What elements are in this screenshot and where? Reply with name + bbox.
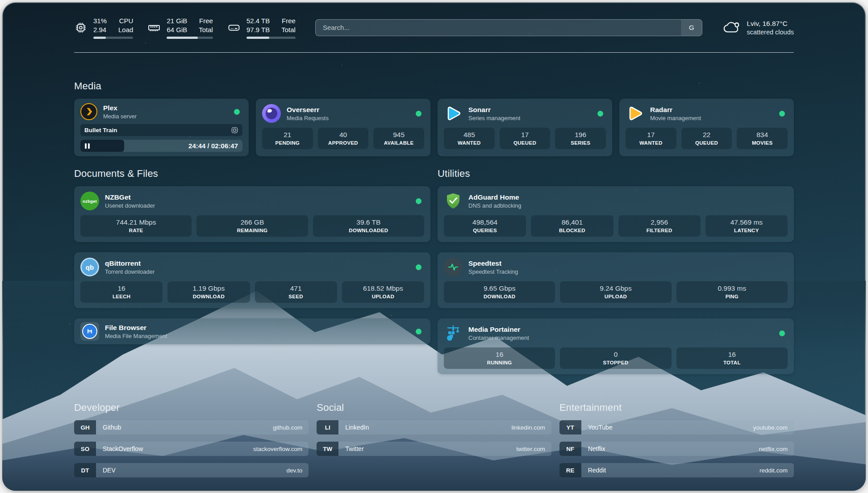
bookmark-url: reddit.com — [760, 467, 794, 474]
bookmark-twitter[interactable]: TW Twitter twitter.com — [317, 442, 551, 456]
service-card-plex[interactable]: Plex Media server Bullet Train — [74, 99, 249, 156]
stat-tile: 39.6 TB DOWNLOADED — [313, 215, 424, 237]
weather-condition: scattered clouds — [747, 29, 794, 36]
service-card-qbittorrent[interactable]: qb qBittorrent Torrent downloader 16 LEE… — [74, 252, 430, 308]
bookmark-url: linkedin.com — [512, 424, 551, 431]
player-progress — [80, 140, 124, 152]
bookmark-linkedin[interactable]: LI LinkedIn linkedin.com — [317, 420, 551, 435]
bookmark-abbr: GH — [74, 420, 96, 435]
cpu-icon — [74, 21, 88, 34]
pause-icon[interactable] — [85, 143, 90, 149]
service-name: qBittorrent — [105, 259, 154, 267]
cloud-icon — [722, 18, 741, 37]
memory-values: 21 GiB 64 GiB — [167, 17, 187, 34]
qbittorrent-icon: qb — [80, 258, 99, 276]
disk-values: 52.4 TB 97.9 TB — [246, 17, 270, 34]
bookmark-group-social: Social LI LinkedIn linkedin.com TW Twitt… — [317, 402, 551, 485]
bookmark-github[interactable]: GH Github github.com — [74, 420, 309, 435]
now-playing-session-icon[interactable] — [231, 126, 238, 134]
service-name: Radarr — [650, 105, 701, 114]
player-time: 24:44 / 02:06:47 — [188, 142, 242, 150]
bookmark-dev[interactable]: DT DEV dev.to — [74, 463, 309, 477]
service-name: File Browser — [105, 323, 167, 332]
service-card-portainer[interactable]: Media Portainer Container management 16 … — [438, 318, 794, 374]
disk-widget: 52.4 TB 97.9 TB Free Total — [227, 17, 296, 39]
service-name: Speedtest — [468, 259, 518, 267]
bookmark-netflix[interactable]: NF Netflix netflix.com — [559, 442, 794, 456]
status-dot — [416, 264, 421, 270]
stat-tile: 16 LEECH — [80, 281, 163, 303]
stat-tile: 40 APPROVED — [318, 128, 369, 149]
stat-tile: 834 MOVIES — [737, 128, 788, 149]
bookmark-abbr: SO — [74, 442, 96, 456]
service-subtitle: Usenet downloader — [105, 202, 155, 209]
stat-tile: 17 WANTED — [626, 128, 676, 149]
section-heading-documents: Documents & Files — [74, 168, 430, 180]
memory-labels: Free Total — [199, 17, 213, 34]
stat-tile: 618.52 Mbps UPLOAD — [342, 281, 424, 303]
bookmark-name: Github — [96, 424, 121, 431]
stat-tile: 0 STOPPED — [560, 347, 671, 369]
bookmark-reddit[interactable]: RE Reddit reddit.com — [559, 463, 794, 477]
stat-tile: 9.65 Gbps DOWNLOAD — [444, 281, 555, 303]
service-subtitle: Torrent downloader — [105, 268, 154, 275]
bookmark-name: StackOverflow — [96, 445, 143, 452]
service-card-nzbget[interactable]: nzbget NZBGet Usenet downloader 744.21 M… — [74, 186, 430, 242]
section-heading-developer: Developer — [74, 402, 309, 414]
stat-tile: 22 QUEUED — [681, 128, 732, 149]
service-subtitle: Movie management — [650, 115, 701, 121]
nzbget-icon: nzbget — [80, 192, 99, 210]
bookmark-name: Reddit — [581, 467, 606, 474]
status-dot — [779, 111, 785, 117]
bookmark-name: DEV — [96, 467, 116, 474]
service-subtitle: Series management — [468, 115, 520, 121]
memory-widget: 21 GiB 64 GiB Free Total — [147, 17, 213, 39]
cpu-labels: CPU Load — [118, 17, 133, 34]
stat-tile: 0.993 ms PING — [676, 281, 788, 303]
service-subtitle: Media Requests — [287, 115, 329, 121]
status-dot — [234, 109, 240, 115]
bookmark-url: dev.to — [287, 467, 309, 474]
stat-tile: 485 WANTED — [444, 128, 495, 149]
service-card-radarr[interactable]: Radarr Movie management 17 WANTED 22 QUE… — [619, 99, 794, 156]
header-divider — [74, 52, 794, 53]
plex-icon — [80, 103, 97, 120]
service-subtitle: Media server — [103, 113, 137, 120]
bookmark-stackoverflow[interactable]: SO StackOverflow stackoverflow.com — [74, 442, 309, 456]
radarr-icon — [626, 104, 644, 123]
status-dot — [597, 111, 603, 117]
top-bar: 31% 2.94 CPU Load — [74, 17, 794, 39]
service-subtitle: Container management — [468, 334, 529, 341]
bookmark-name: Twitter — [338, 445, 363, 452]
service-card-adguard[interactable]: AdGuard Home DNS and adblocking 498,564 … — [438, 186, 794, 242]
bookmark-url: twitter.com — [516, 446, 551, 452]
service-name: AdGuard Home — [468, 193, 522, 201]
status-dot — [416, 111, 421, 117]
service-card-sonarr[interactable]: Sonarr Series management 485 WANTED 17 Q… — [438, 99, 612, 156]
service-card-filebrowser[interactable]: File Browser Media File Management — [74, 318, 430, 344]
disk-icon — [227, 21, 241, 34]
stat-tile: 17 QUEUED — [500, 128, 551, 149]
service-card-speedtest[interactable]: Speedtest Speedtest Tracking 9.65 Gbps D… — [438, 252, 794, 308]
cpu-values: 31% 2.94 — [93, 17, 107, 34]
bookmark-youtube[interactable]: YT YouTube youtube.com — [559, 420, 794, 435]
service-subtitle: Speedtest Tracking — [468, 268, 518, 275]
filebrowser-icon — [80, 322, 99, 341]
search-input[interactable] — [316, 20, 681, 36]
stat-tile: 16 RUNNING — [444, 347, 555, 369]
service-name: NZBGet — [105, 193, 155, 201]
stat-tile: 1.19 Gbps DOWNLOAD — [167, 281, 250, 303]
section-heading-utilities: Utilities — [438, 168, 794, 180]
stat-tile: 744.21 Mbps RATE — [80, 215, 192, 237]
search-provider-button[interactable]: G — [680, 20, 702, 36]
bookmark-group-entertainment: Entertainment YT YouTube youtube.com NF … — [559, 402, 794, 485]
stat-tile: 47.569 ms LATENCY — [705, 215, 788, 237]
bookmark-abbr: NF — [559, 442, 581, 456]
bookmark-name: Netflix — [581, 445, 605, 452]
bookmark-abbr: LI — [317, 420, 338, 435]
service-card-overseerr[interactable]: Overseerr Media Requests 21 PENDING 40 A… — [256, 99, 430, 156]
memory-progress — [167, 37, 213, 39]
bookmark-name: LinkedIn — [338, 424, 369, 431]
portainer-icon — [444, 324, 463, 343]
service-name: Media Portainer — [468, 325, 529, 334]
